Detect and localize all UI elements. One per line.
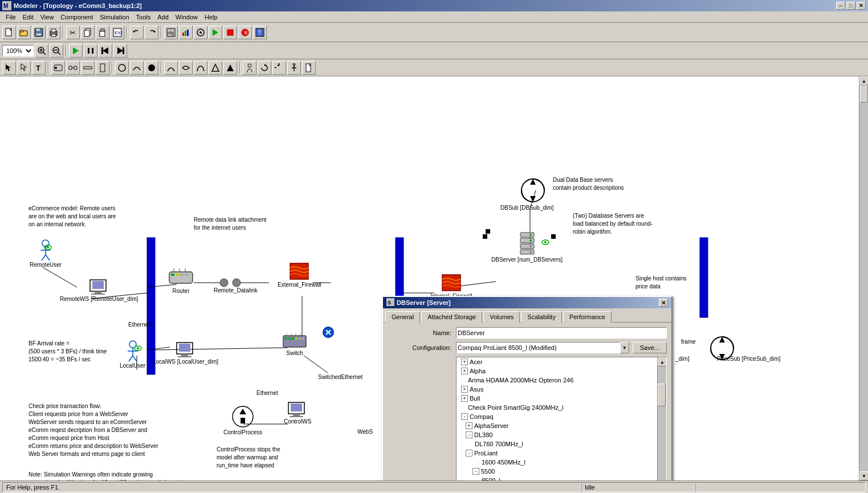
- zoom-out-button[interactable]: [50, 44, 63, 58]
- vscroll-down[interactable]: ▼: [859, 471, 868, 480]
- tree-item-dl760[interactable]: DL760 700MHz_l: [457, 439, 657, 449]
- circle-tool[interactable]: [115, 61, 129, 75]
- menu-window[interactable]: Window: [172, 13, 201, 22]
- config-dropdown-arrow[interactable]: ▼: [620, 342, 629, 353]
- tree-item-proliant[interactable]: - ProLiant: [457, 449, 657, 458]
- filled-polygon-tool[interactable]: [223, 61, 237, 75]
- rotate-cw-tool[interactable]: [258, 61, 271, 75]
- tab-scalability[interactable]: Scalability: [521, 311, 562, 323]
- tree-item-bull[interactable]: + Bull: [457, 394, 657, 403]
- help-btn2[interactable]: ?: [253, 26, 267, 39]
- arc-tool[interactable]: [130, 61, 144, 75]
- print-button[interactable]: [47, 26, 60, 39]
- expand-alphaserver[interactable]: +: [466, 422, 472, 429]
- save-button[interactable]: Save...: [633, 342, 667, 353]
- close-button[interactable]: ✕: [857, 2, 866, 10]
- undo-button[interactable]: [130, 26, 144, 39]
- tab-general[interactable]: General: [385, 311, 420, 323]
- step-back-button[interactable]: [99, 44, 112, 58]
- tree-item-alphaserver[interactable]: + AlphaServer: [457, 421, 657, 430]
- bezier-tool[interactable]: [194, 61, 207, 75]
- node-localuser[interactable]: LocalUser: [120, 340, 145, 369]
- anchor-tool[interactable]: [287, 61, 301, 75]
- chart-button[interactable]: [179, 26, 193, 39]
- maximize-button[interactable]: □: [846, 2, 855, 10]
- tree-item-alpha[interactable]: + Alpha: [457, 366, 657, 376]
- expand-dl380[interactable]: -: [466, 431, 472, 438]
- node-controlprocess[interactable]: ControlProcess: [223, 404, 262, 435]
- export-button[interactable]: EXP: [111, 26, 124, 39]
- menu-file[interactable]: File: [2, 13, 19, 22]
- file-tool[interactable]: [302, 61, 316, 75]
- text-tool[interactable]: T: [32, 61, 46, 75]
- expand-bull[interactable]: +: [461, 395, 468, 402]
- paste-button[interactable]: [96, 26, 109, 39]
- link-tool[interactable]: [66, 61, 80, 75]
- canvas-area[interactable]: eCommerce model: Remote usersare on the …: [0, 76, 859, 480]
- tree-scroll-thumb[interactable]: [658, 384, 666, 406]
- step-fwd-button[interactable]: [113, 44, 127, 58]
- tab-attached-storage[interactable]: Attached Storage: [421, 311, 482, 323]
- play-button[interactable]: [69, 44, 83, 58]
- config-button[interactable]: cfg: [164, 26, 178, 39]
- tab-volumes[interactable]: Volumes: [483, 311, 520, 323]
- node-localws[interactable]: LocalWS [LocalUser_dim]: [153, 341, 218, 365]
- config-tree[interactable]: + Acer + Alpha: [456, 357, 667, 480]
- filled-circle-tool[interactable]: [145, 61, 158, 75]
- tree-item-prl1600[interactable]: 1600 450MHz_l: [457, 458, 657, 467]
- expand-prl5500[interactable]: -: [472, 468, 479, 475]
- node-remoteuser[interactable]: RemoteUser: [30, 239, 62, 268]
- pause-button[interactable]: [84, 44, 97, 58]
- run-button[interactable]: [209, 26, 222, 39]
- tree-scroll-up[interactable]: ▲: [658, 357, 667, 366]
- tree-item-acer[interactable]: + Acer: [457, 357, 657, 366]
- pointer-tool[interactable]: [17, 61, 31, 75]
- expand-alpha[interactable]: +: [461, 368, 468, 374]
- tree-item-prl5500[interactable]: - 5500: [457, 467, 657, 476]
- minimize-button[interactable]: ─: [836, 2, 845, 10]
- node-router[interactable]: Router: [168, 267, 194, 294]
- node-dbserver[interactable]: DBServer [num_DBServers]: [491, 231, 563, 263]
- menu-edit[interactable]: Edit: [19, 13, 37, 22]
- tree-item-compaq[interactable]: - Compaq: [457, 412, 657, 421]
- rotate-ccw-tool[interactable]: [272, 61, 286, 75]
- tree-item-prl8500[interactable]: 8500_l: [457, 476, 657, 480]
- zoom-select[interactable]: 100% 75% 50% 150% 200%: [2, 45, 34, 56]
- tree-item-arima[interactable]: Arima HDAMA 2000MHz Opteron 246: [457, 376, 657, 385]
- copy-button[interactable]: [81, 26, 95, 39]
- save-button[interactable]: [32, 26, 46, 39]
- options-button[interactable]: [194, 26, 207, 39]
- expand-proliant[interactable]: -: [466, 450, 472, 457]
- node-tool[interactable]: [51, 61, 65, 75]
- expand-compaq[interactable]: -: [461, 413, 468, 420]
- node-controlws[interactable]: ControlWS: [284, 401, 311, 425]
- open-button[interactable]: [17, 26, 31, 39]
- menu-help[interactable]: Help: [201, 13, 221, 22]
- polygon-tool[interactable]: [209, 61, 222, 75]
- cut-button[interactable]: ✂: [66, 26, 80, 39]
- zoom-in-button[interactable]: [35, 44, 48, 58]
- redo-button[interactable]: [145, 26, 158, 39]
- person-tool[interactable]: [243, 61, 256, 75]
- tree-item-dl380[interactable]: - DL380: [457, 430, 657, 439]
- tree-item-checkpoint[interactable]: Check Point SmartGig 2400MHz_l: [457, 403, 657, 412]
- tree-item-asus[interactable]: + Asus: [457, 385, 657, 394]
- vscroll-up[interactable]: ▲: [859, 76, 868, 85]
- node-remotews[interactable]: RemoteWS [RemoteUser_dim]: [60, 279, 138, 302]
- stop-button[interactable]: [223, 26, 237, 39]
- curve-tool[interactable]: [164, 61, 178, 75]
- bus-tool[interactable]: [81, 61, 95, 75]
- menu-simulation[interactable]: Simulation: [96, 13, 132, 22]
- config-input[interactable]: [456, 342, 621, 353]
- tab-performance[interactable]: Performance: [563, 311, 612, 323]
- node-switch[interactable]: Switch: [282, 333, 307, 356]
- expand-asus[interactable]: +: [461, 386, 468, 393]
- server-tool[interactable]: [96, 61, 109, 75]
- menu-view[interactable]: View: [37, 13, 58, 22]
- menu-add[interactable]: Add: [154, 13, 172, 22]
- dialog-close-button[interactable]: ✕: [659, 299, 668, 307]
- node-external-firewall[interactable]: External_Firewall: [278, 259, 321, 288]
- curve2-tool[interactable]: [179, 61, 193, 75]
- select-tool[interactable]: [2, 61, 16, 75]
- node-internal-firewall[interactable]: Internal_Firewall: [430, 270, 472, 299]
